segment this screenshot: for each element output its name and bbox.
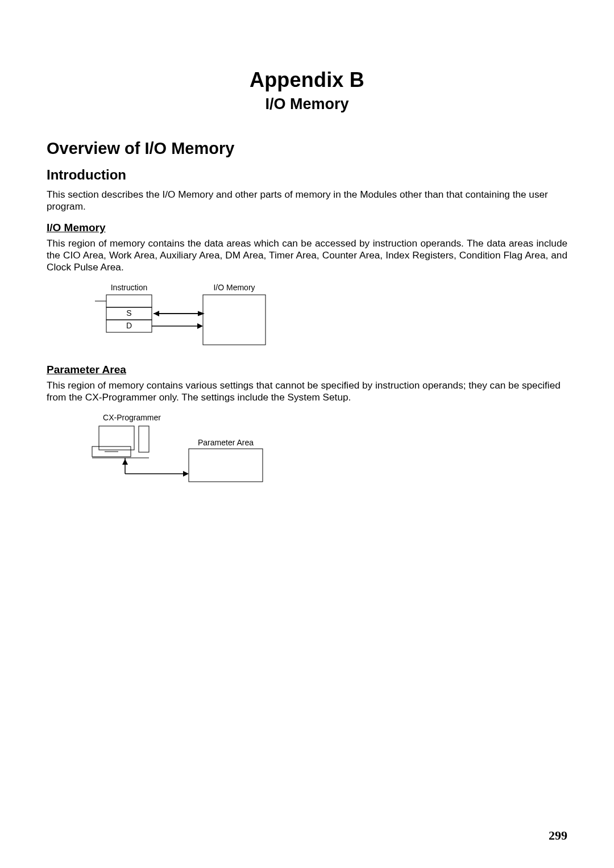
svg-rect-11 xyxy=(139,426,149,452)
svg-marker-7 xyxy=(154,311,159,316)
svg-marker-9 xyxy=(197,323,203,329)
parameter-area-diagram: CX-Programmer Parameter Area xyxy=(75,412,567,494)
appendix-header: Appendix B I/O Memory xyxy=(47,68,567,113)
parameter-area-label: Parameter Area xyxy=(198,438,254,447)
svg-marker-17 xyxy=(122,459,128,465)
overview-heading: Overview of I/O Memory xyxy=(47,139,567,158)
io-memory-heading: I/O Memory xyxy=(47,222,567,234)
d-cell: D xyxy=(126,321,132,330)
svg-rect-0 xyxy=(106,295,152,307)
appendix-title: Appendix B xyxy=(47,68,567,92)
introduction-heading: Introduction xyxy=(47,167,567,183)
page: Appendix B I/O Memory Overview of I/O Me… xyxy=(0,0,614,868)
appendix-subtitle: I/O Memory xyxy=(47,95,567,113)
io-memory-label: I/O Memory xyxy=(213,283,255,292)
io-memory-text: This region of memory contains the data … xyxy=(47,237,567,273)
s-cell: S xyxy=(126,308,131,318)
page-number: 299 xyxy=(549,828,567,843)
introduction-text: This section describes the I/O Memory an… xyxy=(47,189,567,212)
parameter-area-heading: Parameter Area xyxy=(47,364,567,376)
svg-rect-15 xyxy=(189,449,263,482)
svg-rect-4 xyxy=(203,295,265,345)
instruction-label: Instruction xyxy=(111,283,148,292)
svg-marker-19 xyxy=(183,471,189,477)
cx-programmer-label: CX-Programmer xyxy=(103,413,161,422)
parameter-area-text: This region of memory contains various s… xyxy=(47,379,567,403)
io-memory-diagram: Instruction I/O Memory S D xyxy=(75,282,567,350)
